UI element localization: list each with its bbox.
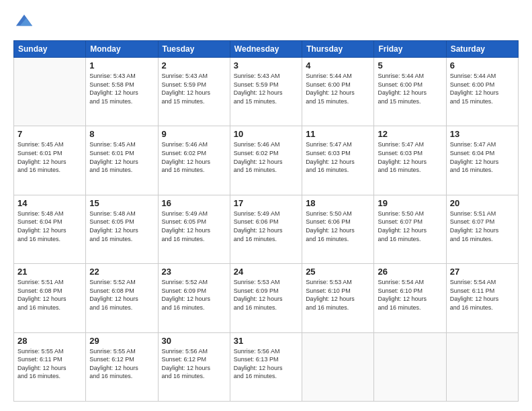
calendar-cell: 10Sunrise: 5:46 AM Sunset: 6:02 PM Dayli…: [230, 126, 302, 195]
calendar-cell: 6Sunrise: 5:44 AM Sunset: 6:00 PM Daylig…: [446, 58, 518, 126]
calendar-cell: 30Sunrise: 5:56 AM Sunset: 6:12 PM Dayli…: [158, 332, 230, 401]
day-info: Sunrise: 5:47 AM Sunset: 6:03 PM Dayligh…: [378, 140, 442, 174]
calendar-cell: 21Sunrise: 5:51 AM Sunset: 6:08 PM Dayli…: [14, 264, 86, 332]
day-number: 24: [234, 267, 298, 277]
day-info: Sunrise: 5:50 AM Sunset: 6:07 PM Dayligh…: [378, 210, 442, 243]
weekday-header: Sunday: [14, 41, 86, 58]
day-number: 19: [378, 198, 442, 208]
day-info: Sunrise: 5:45 AM Sunset: 6:01 PM Dayligh…: [89, 140, 154, 174]
day-number: 7: [17, 129, 82, 139]
calendar-cell: 23Sunrise: 5:52 AM Sunset: 6:09 PM Dayli…: [158, 264, 230, 332]
calendar-cell: 14Sunrise: 5:48 AM Sunset: 6:04 PM Dayli…: [14, 195, 86, 263]
calendar-cell: 8Sunrise: 5:45 AM Sunset: 6:01 PM Daylig…: [86, 126, 158, 195]
day-info: Sunrise: 5:47 AM Sunset: 6:04 PM Dayligh…: [450, 140, 515, 174]
day-info: Sunrise: 5:43 AM Sunset: 5:59 PM Dayligh…: [162, 72, 226, 105]
day-info: Sunrise: 5:53 AM Sunset: 6:09 PM Dayligh…: [234, 278, 298, 312]
calendar-cell: 17Sunrise: 5:49 AM Sunset: 6:06 PM Dayli…: [230, 195, 302, 263]
calendar-cell: 12Sunrise: 5:47 AM Sunset: 6:03 PM Dayli…: [374, 126, 446, 195]
day-info: Sunrise: 5:52 AM Sunset: 6:08 PM Dayligh…: [89, 278, 154, 312]
calendar-cell: 3Sunrise: 5:43 AM Sunset: 5:59 PM Daylig…: [230, 58, 302, 126]
calendar-cell: 13Sunrise: 5:47 AM Sunset: 6:04 PM Dayli…: [446, 126, 518, 195]
day-info: Sunrise: 5:54 AM Sunset: 6:11 PM Dayligh…: [450, 278, 515, 312]
weekday-header: Friday: [374, 41, 446, 58]
logo-icon: [15, 12, 34, 31]
calendar-cell: [374, 332, 446, 401]
day-number: 10: [234, 129, 298, 139]
day-number: 29: [89, 336, 154, 346]
day-number: 25: [306, 267, 370, 277]
calendar-cell: 5Sunrise: 5:44 AM Sunset: 6:00 PM Daylig…: [374, 58, 446, 126]
day-info: Sunrise: 5:48 AM Sunset: 6:05 PM Dayligh…: [89, 210, 154, 243]
calendar-cell: 16Sunrise: 5:49 AM Sunset: 6:05 PM Dayli…: [158, 195, 230, 263]
calendar-cell: 18Sunrise: 5:50 AM Sunset: 6:06 PM Dayli…: [302, 195, 374, 263]
day-number: 2: [162, 60, 226, 71]
day-info: Sunrise: 5:46 AM Sunset: 6:02 PM Dayligh…: [162, 140, 226, 174]
day-number: 18: [306, 198, 370, 208]
day-number: 16: [162, 198, 226, 208]
day-info: Sunrise: 5:49 AM Sunset: 6:05 PM Dayligh…: [162, 210, 226, 243]
day-info: Sunrise: 5:51 AM Sunset: 6:08 PM Dayligh…: [17, 278, 82, 312]
day-number: 11: [306, 129, 370, 139]
day-number: 22: [89, 267, 154, 277]
day-number: 6: [450, 60, 515, 71]
calendar-cell: 22Sunrise: 5:52 AM Sunset: 6:08 PM Dayli…: [86, 264, 158, 332]
day-number: 3: [234, 60, 298, 71]
day-info: Sunrise: 5:55 AM Sunset: 6:11 PM Dayligh…: [17, 347, 82, 381]
calendar-cell: 27Sunrise: 5:54 AM Sunset: 6:11 PM Dayli…: [446, 264, 518, 332]
calendar-cell: 15Sunrise: 5:48 AM Sunset: 6:05 PM Dayli…: [86, 195, 158, 263]
day-number: 30: [162, 336, 226, 346]
calendar-cell: 24Sunrise: 5:53 AM Sunset: 6:09 PM Dayli…: [230, 264, 302, 332]
calendar-cell: 1Sunrise: 5:43 AM Sunset: 5:58 PM Daylig…: [86, 58, 158, 126]
calendar-cell: 4Sunrise: 5:44 AM Sunset: 6:00 PM Daylig…: [302, 58, 374, 126]
calendar-cell: 26Sunrise: 5:54 AM Sunset: 6:10 PM Dayli…: [374, 264, 446, 332]
calendar-cell: [302, 332, 374, 401]
day-info: Sunrise: 5:54 AM Sunset: 6:10 PM Dayligh…: [378, 278, 442, 312]
day-info: Sunrise: 5:51 AM Sunset: 6:07 PM Dayligh…: [450, 210, 515, 243]
calendar-table: SundayMondayTuesdayWednesdayThursdayFrid…: [13, 40, 519, 402]
calendar-cell: 11Sunrise: 5:47 AM Sunset: 6:03 PM Dayli…: [302, 126, 374, 195]
day-info: Sunrise: 5:46 AM Sunset: 6:02 PM Dayligh…: [234, 140, 298, 174]
day-number: 1: [89, 60, 154, 71]
day-number: 12: [378, 129, 442, 139]
calendar-cell: 31Sunrise: 5:56 AM Sunset: 6:13 PM Dayli…: [230, 332, 302, 401]
day-info: Sunrise: 5:56 AM Sunset: 6:13 PM Dayligh…: [234, 347, 298, 381]
header: [13, 12, 519, 34]
day-number: 23: [162, 267, 226, 277]
weekday-header: Saturday: [446, 41, 518, 58]
calendar-cell: 9Sunrise: 5:46 AM Sunset: 6:02 PM Daylig…: [158, 126, 230, 195]
day-info: Sunrise: 5:43 AM Sunset: 5:58 PM Dayligh…: [89, 72, 154, 105]
day-info: Sunrise: 5:45 AM Sunset: 6:01 PM Dayligh…: [17, 140, 82, 174]
logo: [13, 12, 34, 34]
day-number: 26: [378, 267, 442, 277]
day-info: Sunrise: 5:56 AM Sunset: 6:12 PM Dayligh…: [162, 347, 226, 381]
day-info: Sunrise: 5:55 AM Sunset: 6:12 PM Dayligh…: [89, 347, 154, 381]
day-info: Sunrise: 5:49 AM Sunset: 6:06 PM Dayligh…: [234, 210, 298, 243]
day-number: 20: [450, 198, 515, 208]
day-number: 15: [89, 198, 154, 208]
weekday-header: Monday: [86, 41, 158, 58]
weekday-header: Thursday: [302, 41, 374, 58]
day-number: 13: [450, 129, 515, 139]
day-number: 27: [450, 267, 515, 277]
calendar-cell: [14, 58, 86, 126]
calendar-cell: 20Sunrise: 5:51 AM Sunset: 6:07 PM Dayli…: [446, 195, 518, 263]
calendar-cell: [446, 332, 518, 401]
day-info: Sunrise: 5:43 AM Sunset: 5:59 PM Dayligh…: [234, 72, 298, 105]
day-number: 28: [17, 336, 82, 346]
day-number: 8: [89, 129, 154, 139]
day-number: 21: [17, 267, 82, 277]
day-info: Sunrise: 5:53 AM Sunset: 6:10 PM Dayligh…: [306, 278, 370, 312]
day-info: Sunrise: 5:50 AM Sunset: 6:06 PM Dayligh…: [306, 210, 370, 243]
page: SundayMondayTuesdayWednesdayThursdayFrid…: [0, 0, 532, 411]
day-info: Sunrise: 5:52 AM Sunset: 6:09 PM Dayligh…: [162, 278, 226, 312]
calendar-cell: 25Sunrise: 5:53 AM Sunset: 6:10 PM Dayli…: [302, 264, 374, 332]
day-info: Sunrise: 5:44 AM Sunset: 6:00 PM Dayligh…: [378, 72, 442, 105]
weekday-header: Tuesday: [158, 41, 230, 58]
day-number: 5: [378, 60, 442, 71]
day-info: Sunrise: 5:44 AM Sunset: 6:00 PM Dayligh…: [450, 72, 515, 105]
calendar-cell: 2Sunrise: 5:43 AM Sunset: 5:59 PM Daylig…: [158, 58, 230, 126]
day-info: Sunrise: 5:44 AM Sunset: 6:00 PM Dayligh…: [306, 72, 370, 105]
day-number: 14: [17, 198, 82, 208]
day-info: Sunrise: 5:48 AM Sunset: 6:04 PM Dayligh…: [17, 210, 82, 243]
day-number: 9: [162, 129, 226, 139]
